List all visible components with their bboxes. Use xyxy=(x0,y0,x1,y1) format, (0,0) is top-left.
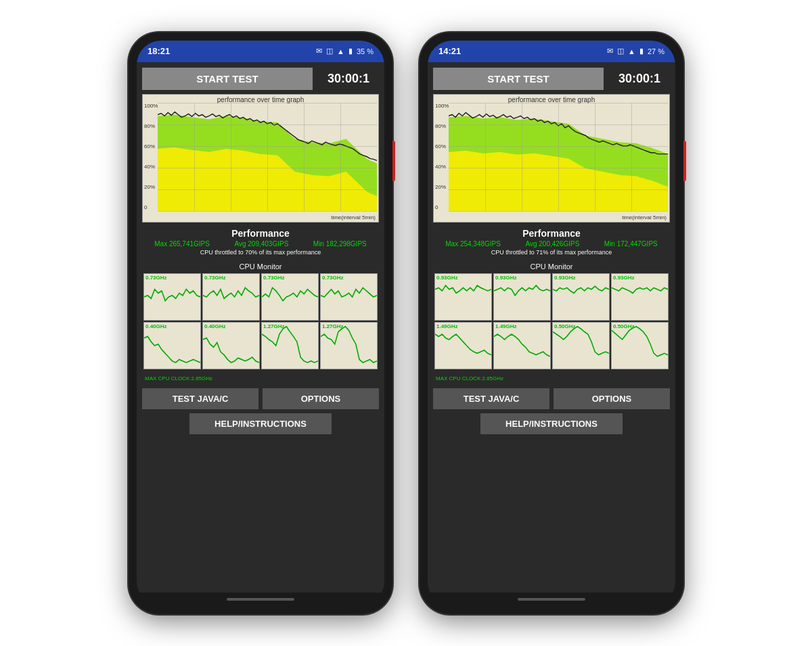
phone-2-graph: performance over time graph 100% 80% 60%… xyxy=(433,94,670,223)
phone-2-help-row: HELP/INSTRUCTIONS xyxy=(433,413,670,434)
phone-2-cpu-cell-7: 0.50GHz xyxy=(611,322,669,369)
phone-2-bottom-buttons: TEST JAVA/C OPTIONS xyxy=(433,388,670,409)
phone-2-perf-max: Max 254,348GIPS xyxy=(445,240,501,248)
phone-1-timer: 30:00:1 xyxy=(318,72,379,86)
screenshot-icon-2: ◫ xyxy=(617,47,624,55)
battery-icon: ▮ xyxy=(348,47,353,55)
phone-2-status-bar: 14:21 ✉ ◫ ▲ ▮ 27 % xyxy=(428,41,675,62)
phone-1-cpu-grid: 0.73GHz 0.73GHz 0.73GHz xyxy=(142,272,379,371)
phone-1-cpu-cell-2: 0.73GHz xyxy=(261,273,319,321)
phone-2-battery: 27 % xyxy=(648,47,664,55)
phone-1-graph: performance over time graph 100% 80% 60%… xyxy=(142,94,379,223)
phone-1-cpu-title: CPU Monitor xyxy=(142,261,379,272)
phone-2-home-indicator xyxy=(428,593,675,606)
phone-2-help-button[interactable]: HELP/INSTRUCTIONS xyxy=(480,413,623,434)
phone-2-status-icons: ✉ ◫ ▲ ▮ 27 % xyxy=(607,47,664,55)
phone-1-app-content: START TEST 30:00:1 performance over time… xyxy=(137,62,384,593)
phone-1-perf-section: Performance Max 265,741GIPS Avg 209,403G… xyxy=(142,227,379,257)
phone-1-cpu-cell-4: 0.40GHz xyxy=(143,322,201,369)
phone-1-cpu-cell-5: 0.40GHz xyxy=(202,322,260,369)
wifi-icon-2: ▲ xyxy=(628,47,635,55)
phone-2-cpu-cell-0: 0.93GHz xyxy=(434,273,492,321)
phone-2-cpu-cell-4: 1.49GHz xyxy=(434,322,492,369)
phone-1-cpu-cell-3: 0.73GHz xyxy=(320,273,378,321)
phone-2-start-row: START TEST 30:00:1 xyxy=(433,68,670,90)
phone-1-perf-stats: Max 265,741GIPS Avg 209,403GIPS Min 182,… xyxy=(142,239,379,249)
phone-2-cpu-max: MAX CPU CLOCK:2.85GHz xyxy=(433,375,506,382)
phone-1-options-button[interactable]: OPTIONS xyxy=(263,388,379,409)
phone-1-home-indicator xyxy=(137,593,384,606)
phone-2-cpu-grid: 0.93GHz 0.93GHz 0.93GHz xyxy=(433,272,670,371)
phone-2-time: 14:21 xyxy=(438,46,461,56)
phone-2-cpu-cell-2: 0.93GHz xyxy=(552,273,610,321)
phone-1-status-bar: 18:21 ✉ ◫ ▲ ▮ 35 % xyxy=(137,41,384,62)
phone-1-home-bar xyxy=(227,598,294,601)
phone-1-perf-avg: Avg 209,403GIPS xyxy=(234,240,288,248)
phone-1-inner: 18:21 ✉ ◫ ▲ ▮ 35 % START TEST 30:00:1 xyxy=(137,41,384,606)
phone-1-perf-title: Performance xyxy=(142,228,379,239)
wifi-icon: ▲ xyxy=(337,47,344,55)
phone-2-perf-note: CPU throttled to 71% of its max performa… xyxy=(433,249,670,256)
phone-2-home-bar xyxy=(518,598,585,601)
phone-1-perf-min: Min 182,298GIPS xyxy=(313,240,367,248)
phone-2-perf-stats: Max 254,348GIPS Avg 200,426GIPS Min 172,… xyxy=(433,239,670,249)
phone-1-help-row: HELP/INSTRUCTIONS xyxy=(142,413,379,434)
phone-2-app-content: START TEST 30:00:1 performance over time… xyxy=(428,62,675,593)
phone-2-timer: 30:00:1 xyxy=(609,72,670,86)
phone-1-bottom-buttons: TEST JAVA/C OPTIONS xyxy=(142,388,379,409)
phone-2-x-label: time(interval 5min) xyxy=(622,214,667,221)
phone-1-time: 18:21 xyxy=(148,46,170,56)
phone-2-perf-avg: Avg 200,426GIPS xyxy=(525,240,579,248)
phone-1-perf-note: CPU throttled to 70% of its max performa… xyxy=(142,249,379,256)
phone-2-options-button[interactable]: OPTIONS xyxy=(554,388,670,409)
phone-2: 14:21 ✉ ◫ ▲ ▮ 27 % START TEST 30:00:1 xyxy=(420,32,683,614)
phone-1-cpu-max: MAX CPU CLOCK:2.85GHz xyxy=(142,375,215,382)
phone-1: 18:21 ✉ ◫ ▲ ▮ 35 % START TEST 30:00:1 xyxy=(129,32,392,614)
phone-1-cpu-cell-7: 1.27GHz xyxy=(320,322,378,369)
phone-2-cpu-title: CPU Monitor xyxy=(433,261,670,272)
phone-2-start-test-button[interactable]: START TEST xyxy=(433,68,604,90)
phone-1-graph-area xyxy=(158,103,377,211)
phone-1-test-java-button[interactable]: TEST JAVA/C xyxy=(142,388,258,409)
phone-1-y-labels: 100% 80% 60% 40% 20% 0 xyxy=(144,103,158,211)
phone-2-perf-title: Performance xyxy=(433,228,670,239)
phone-2-cpu-monitor: CPU Monitor 0.93GHz 0.93GHz xyxy=(433,261,670,383)
phone-2-cpu-cell-1: 0.93GHz xyxy=(493,273,551,321)
phone-2-cpu-cell-3: 0.93GHz xyxy=(611,273,669,321)
phone-1-start-test-button[interactable]: START TEST xyxy=(142,68,313,90)
phone-1-x-label: time(interval 5min) xyxy=(331,214,376,221)
phone-1-cpu-cell-1: 0.73GHz xyxy=(202,273,260,321)
phone-1-cpu-monitor: CPU Monitor 0.73GHz 0.73GHz xyxy=(142,261,379,383)
battery-icon-2: ▮ xyxy=(639,47,644,55)
screenshot-icon: ◫ xyxy=(326,47,333,55)
notification-icon: ✉ xyxy=(316,47,322,55)
phone-1-battery: 35 % xyxy=(357,47,374,55)
notification-icon-2: ✉ xyxy=(607,47,613,55)
phone-2-cpu-cell-5: 1.49GHz xyxy=(493,322,551,369)
phones-container: 18:21 ✉ ◫ ▲ ▮ 35 % START TEST 30:00:1 xyxy=(129,32,683,614)
phone-2-test-java-button[interactable]: TEST JAVA/C xyxy=(433,388,549,409)
phone-1-cpu-cell-0: 0.73GHz xyxy=(143,273,201,321)
phone-2-cpu-cell-6: 0.50GHz xyxy=(552,322,610,369)
phone-2-inner: 14:21 ✉ ◫ ▲ ▮ 27 % START TEST 30:00:1 xyxy=(428,41,675,606)
phone-2-perf-section: Performance Max 254,348GIPS Avg 200,426G… xyxy=(433,227,670,257)
phone-1-cpu-cell-6: 1.27GHz xyxy=(261,322,319,369)
phone-2-perf-min: Min 172,447GIPS xyxy=(604,240,658,248)
phone-2-y-labels: 100% 80% 60% 40% 20% 0 xyxy=(435,103,449,211)
phone-2-graph-area xyxy=(449,103,668,211)
phone-1-help-button[interactable]: HELP/INSTRUCTIONS xyxy=(189,413,332,434)
phone-1-perf-max: Max 265,741GIPS xyxy=(154,240,210,248)
phone-1-start-row: START TEST 30:00:1 xyxy=(142,68,379,90)
phone-1-status-icons: ✉ ◫ ▲ ▮ 35 % xyxy=(316,47,374,55)
